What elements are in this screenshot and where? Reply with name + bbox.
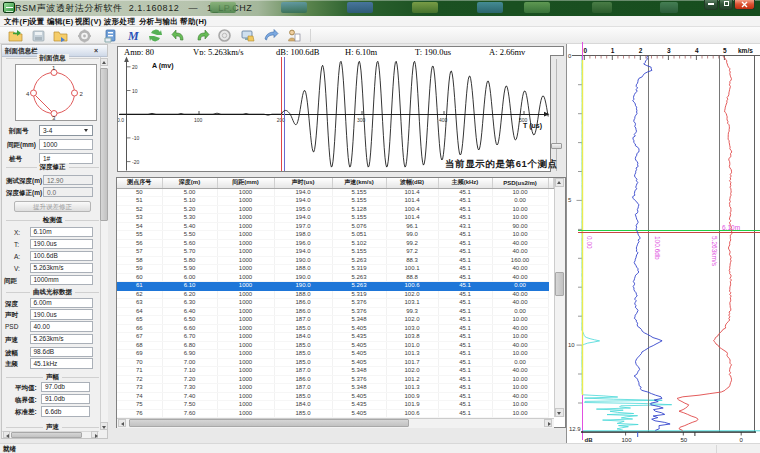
- svg-text:200: 200: [277, 117, 286, 123]
- svg-text:T (us): T (us): [523, 122, 542, 130]
- svg-text:50: 50: [681, 437, 688, 443]
- svg-text:0.00: 0.00: [586, 236, 593, 249]
- svg-text:1: 1: [611, 47, 615, 54]
- svg-text:0: 0: [740, 437, 744, 443]
- svg-text:20: 20: [132, 64, 138, 70]
- svg-text:A (mv): A (mv): [152, 62, 174, 70]
- svg-text:3: 3: [667, 47, 671, 54]
- svg-text:10: 10: [132, 88, 138, 94]
- svg-text:2: 2: [639, 47, 643, 54]
- svg-text:-10: -10: [132, 135, 139, 141]
- svg-text:5.263km/s: 5.263km/s: [711, 236, 718, 267]
- svg-text:km/s: km/s: [738, 47, 753, 54]
- svg-text:5: 5: [723, 47, 727, 54]
- svg-text:2: 2: [80, 91, 84, 97]
- svg-text:5: 5: [568, 197, 572, 203]
- svg-text:100: 100: [194, 117, 203, 123]
- svg-text:4: 4: [26, 91, 30, 97]
- svg-text:dB: dB: [585, 437, 594, 443]
- svg-text:4: 4: [695, 47, 699, 54]
- svg-text:100: 100: [622, 437, 633, 443]
- svg-text:M: M: [127, 29, 139, 43]
- svg-text:10: 10: [568, 342, 575, 348]
- svg-text:-20: -20: [132, 159, 139, 165]
- svg-text:12.9: 12.9: [569, 426, 581, 432]
- svg-text:0.0: 0.0: [118, 117, 124, 123]
- svg-text:100.6db: 100.6db: [654, 236, 661, 260]
- svg-text:0: 0: [568, 53, 572, 59]
- svg-text:0: 0: [584, 47, 588, 54]
